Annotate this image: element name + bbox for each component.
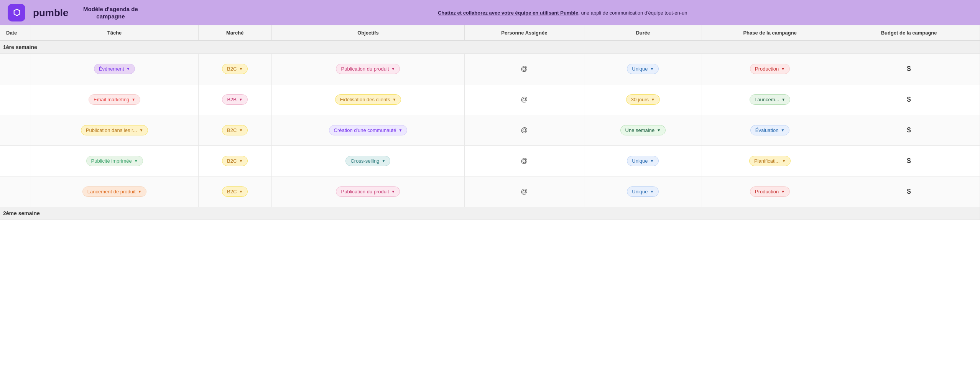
at-sign: @ [521, 157, 528, 165]
cell-date [0, 84, 31, 115]
cell-phase: Production ▼ [702, 176, 838, 207]
col-date: Date [0, 25, 31, 41]
market-tag[interactable]: B2C ▼ [222, 186, 248, 197]
cell-duration: 30 jours ▼ [584, 84, 702, 115]
task-tag[interactable]: Publicité imprimée ▼ [86, 156, 143, 166]
cell-date [0, 176, 31, 207]
header-promo: Chattez et collaborez avec votre équipe … [153, 10, 972, 16]
col-objectives: Objectifs [271, 25, 464, 41]
cell-budget: $ [838, 146, 980, 176]
at-sign: @ [521, 188, 528, 195]
table-row: Publicité imprimée ▼B2C ▼Cross-selling ▼… [0, 146, 980, 176]
objective-tag[interactable]: Fidélisation des clients ▼ [335, 94, 401, 105]
objective-tag[interactable]: Création d'une communauté ▼ [329, 125, 408, 135]
col-assignee: Personne Assignée [465, 25, 584, 41]
duration-tag[interactable]: Une semaine ▼ [620, 125, 666, 135]
logo-text: pumble [33, 7, 68, 19]
cell-budget: $ [838, 54, 980, 84]
cell-assignee: @ [465, 115, 584, 146]
at-sign: @ [521, 126, 528, 134]
table-row: Événement ▼B2C ▼Publication du produit ▼… [0, 54, 980, 84]
app-header: ⬡ pumble Modèle d'agenda de campagne Cha… [0, 0, 980, 25]
task-tag[interactable]: Lancement de produit ▼ [82, 186, 147, 197]
col-duration: Durée [584, 25, 702, 41]
cell-assignee: @ [465, 146, 584, 176]
cell-task: Publication dans les r... ▼ [31, 115, 198, 146]
phase-tag[interactable]: Production ▼ [750, 186, 790, 197]
at-sign: @ [521, 96, 528, 103]
cell-date [0, 115, 31, 146]
market-tag[interactable]: B2C ▼ [222, 125, 248, 135]
promo-link[interactable]: Chattez et collaborez avec votre équipe … [438, 10, 578, 16]
col-phase: Phase de la campagne [702, 25, 838, 41]
budget-value: $ [907, 126, 911, 134]
phase-tag[interactable]: Production ▼ [750, 64, 790, 74]
cell-task: Publicité imprimée ▼ [31, 146, 198, 176]
task-tag[interactable]: Publication dans les r... ▼ [81, 125, 148, 135]
col-task: Tâche [31, 25, 198, 41]
cell-duration: Unique ▼ [584, 146, 702, 176]
section-row: 2ème semaine [0, 207, 980, 220]
cell-market: B2C ▼ [198, 115, 271, 146]
budget-value: $ [907, 157, 911, 165]
col-market: Marché [198, 25, 271, 41]
phase-tag[interactable]: Évaluation ▼ [750, 125, 790, 135]
cell-assignee: @ [465, 54, 584, 84]
cell-duration: Unique ▼ [584, 176, 702, 207]
cell-objective: Publication du produit ▼ [271, 176, 464, 207]
task-tag[interactable]: Événement ▼ [94, 64, 135, 74]
objective-tag[interactable]: Publication du produit ▼ [336, 64, 400, 74]
cell-objective: Création d'une communauté ▼ [271, 115, 464, 146]
phase-tag[interactable]: Planificati... ▼ [749, 156, 791, 166]
cell-market: B2C ▼ [198, 54, 271, 84]
cell-budget: $ [838, 84, 980, 115]
market-tag[interactable]: B2C ▼ [222, 64, 248, 74]
duration-tag[interactable]: Unique ▼ [627, 186, 659, 197]
col-budget: Budget de la campagne [838, 25, 980, 41]
section-row: 1ère semaine [0, 41, 980, 54]
cell-duration: Unique ▼ [584, 54, 702, 84]
table-row: Lancement de produit ▼B2C ▼Publication d… [0, 176, 980, 207]
table-row: Email marketing ▼B2B ▼Fidélisation des c… [0, 84, 980, 115]
cell-phase: Évaluation ▼ [702, 115, 838, 146]
cell-task: Email marketing ▼ [31, 84, 198, 115]
objective-tag[interactable]: Cross-selling ▼ [345, 156, 390, 166]
cell-task: Lancement de produit ▼ [31, 176, 198, 207]
budget-value: $ [907, 65, 911, 73]
duration-tag[interactable]: Unique ▼ [627, 156, 659, 166]
objective-tag[interactable]: Publication du produit ▼ [336, 186, 400, 197]
table-row: Publication dans les r... ▼B2C ▼Création… [0, 115, 980, 146]
cell-market: B2C ▼ [198, 176, 271, 207]
cell-objective: Publication du produit ▼ [271, 54, 464, 84]
header-title: Modèle d'agenda de campagne [76, 5, 145, 20]
cell-phase: Planificati... ▼ [702, 146, 838, 176]
duration-tag[interactable]: 30 jours ▼ [626, 94, 660, 105]
cell-market: B2C ▼ [198, 146, 271, 176]
duration-tag[interactable]: Unique ▼ [627, 64, 659, 74]
cell-duration: Une semaine ▼ [584, 115, 702, 146]
logo-box: ⬡ [8, 4, 25, 21]
phase-tag[interactable]: Launcem... ▼ [750, 94, 790, 105]
cell-budget: $ [838, 176, 980, 207]
cell-assignee: @ [465, 176, 584, 207]
budget-value: $ [907, 96, 911, 103]
task-tag[interactable]: Email marketing ▼ [89, 94, 140, 105]
cell-assignee: @ [465, 84, 584, 115]
cell-phase: Production ▼ [702, 54, 838, 84]
cell-objective: Fidélisation des clients ▼ [271, 84, 464, 115]
at-sign: @ [521, 65, 528, 73]
cell-budget: $ [838, 115, 980, 146]
campaign-table: Date Tâche Marché Objectifs Personne Ass… [0, 25, 980, 220]
logo-icon: ⬡ [13, 8, 20, 18]
cell-date [0, 146, 31, 176]
promo-suffix: , une appli de communication d'équipe to… [578, 10, 687, 16]
budget-value: $ [907, 188, 911, 195]
market-tag[interactable]: B2B ▼ [222, 94, 247, 105]
cell-phase: Launcem... ▼ [702, 84, 838, 115]
cell-objective: Cross-selling ▼ [271, 146, 464, 176]
table-header: Date Tâche Marché Objectifs Personne Ass… [0, 25, 980, 41]
cell-task: Événement ▼ [31, 54, 198, 84]
market-tag[interactable]: B2C ▼ [222, 156, 248, 166]
cell-date [0, 54, 31, 84]
cell-market: B2B ▼ [198, 84, 271, 115]
